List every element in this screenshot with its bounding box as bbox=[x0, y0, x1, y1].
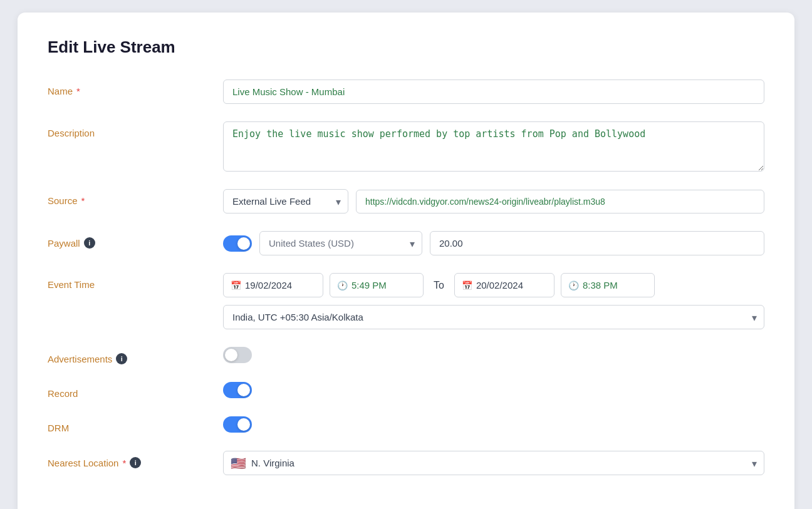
record-controls bbox=[223, 382, 764, 398]
event-time-label: Event Time bbox=[48, 273, 223, 290]
source-row: Source * External Live Feed bbox=[48, 189, 764, 213]
name-label: Name * bbox=[48, 80, 223, 96]
drm-toggle-slider bbox=[223, 416, 252, 433]
drm-label: DRM bbox=[48, 416, 223, 433]
event-time-row: Event Time 📅 🕐 To 📅 🕐 bbox=[48, 273, 764, 329]
amount-input[interactable] bbox=[430, 231, 764, 255]
drm-toggle-wrapper bbox=[223, 416, 764, 433]
calendar-icon-start: 📅 bbox=[231, 280, 241, 290]
start-time-wrapper: 🕐 bbox=[330, 273, 424, 297]
start-date-wrapper: 📅 bbox=[223, 273, 323, 297]
paywall-controls: United States (USD) bbox=[223, 231, 764, 255]
drm-toggle[interactable] bbox=[223, 416, 252, 433]
timezone-select-wrapper: India, UTC +05:30 Asia/Kolkata bbox=[223, 305, 764, 329]
description-row: Description bbox=[48, 121, 764, 172]
paywall-info-icon[interactable]: i bbox=[84, 237, 95, 249]
clock-icon-end: 🕐 bbox=[568, 280, 579, 290]
record-toggle-slider bbox=[223, 382, 252, 398]
timezone-select[interactable]: India, UTC +05:30 Asia/Kolkata bbox=[223, 305, 764, 329]
event-time-inputs: 📅 🕐 To 📅 🕐 bbox=[223, 273, 764, 297]
nearest-location-controls: 🇺🇸 N. Virginia bbox=[223, 451, 764, 475]
advertisements-controls bbox=[223, 347, 764, 363]
source-type-select[interactable]: External Live Feed bbox=[223, 189, 348, 213]
source-select-wrapper: External Live Feed bbox=[223, 189, 348, 213]
event-time-controls: 📅 🕐 To 📅 🕐 India, bbox=[223, 273, 764, 329]
name-input[interactable] bbox=[223, 80, 764, 104]
source-controls: External Live Feed bbox=[223, 189, 764, 213]
description-label: Description bbox=[48, 121, 223, 138]
location-select-wrapper: 🇺🇸 N. Virginia bbox=[223, 451, 764, 475]
advertisements-label: Advertisements i bbox=[48, 347, 223, 364]
end-time-wrapper: 🕐 bbox=[561, 273, 655, 297]
source-label: Source * bbox=[48, 189, 223, 206]
source-input-row: External Live Feed bbox=[223, 189, 764, 213]
edit-live-stream-card: Edit Live Stream Name * Description Sour… bbox=[18, 13, 794, 509]
record-row: Record bbox=[48, 382, 764, 399]
paywall-label: Paywall i bbox=[48, 231, 223, 249]
paywall-row: Paywall i United States (USD) bbox=[48, 231, 764, 255]
nearest-location-info-icon[interactable]: i bbox=[130, 457, 141, 468]
name-row: Name * bbox=[48, 80, 764, 104]
nearest-location-row: Nearest Location * i 🇺🇸 N. Virginia bbox=[48, 451, 764, 475]
description-input[interactable] bbox=[223, 121, 764, 172]
paywall-input-row: United States (USD) bbox=[223, 231, 764, 255]
record-toggle[interactable] bbox=[223, 382, 252, 398]
end-date-wrapper: 📅 bbox=[454, 273, 554, 297]
clock-icon-start: 🕐 bbox=[337, 280, 348, 290]
advertisements-toggle-wrapper bbox=[223, 347, 764, 363]
advertisements-row: Advertisements i bbox=[48, 347, 764, 364]
advertisements-info-icon[interactable]: i bbox=[116, 353, 127, 364]
advertisements-toggle-slider bbox=[223, 347, 252, 363]
description-controls bbox=[223, 121, 764, 172]
name-controls bbox=[223, 80, 764, 104]
page-title: Edit Live Stream bbox=[48, 38, 764, 57]
advertisements-toggle[interactable] bbox=[223, 347, 252, 363]
record-label: Record bbox=[48, 382, 223, 399]
record-toggle-wrapper bbox=[223, 382, 764, 398]
currency-select-wrapper: United States (USD) bbox=[259, 231, 422, 255]
to-label: To bbox=[430, 280, 448, 291]
drm-row: DRM bbox=[48, 416, 764, 433]
nearest-location-select[interactable]: N. Virginia bbox=[223, 451, 764, 475]
calendar-icon-end: 📅 bbox=[462, 280, 472, 290]
currency-select[interactable]: United States (USD) bbox=[259, 231, 422, 255]
source-url-input[interactable] bbox=[356, 190, 764, 213]
paywall-toggle[interactable] bbox=[223, 235, 252, 252]
nearest-location-label: Nearest Location * i bbox=[48, 451, 223, 468]
drm-controls bbox=[223, 416, 764, 433]
paywall-toggle-slider bbox=[223, 235, 252, 252]
